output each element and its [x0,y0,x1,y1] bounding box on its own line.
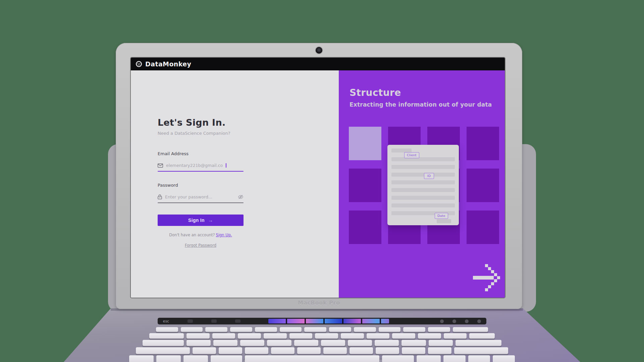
doc-text-stripe [391,173,455,177]
keyboard-row [136,347,508,354]
keyboard-key [443,355,466,362]
keyboard-key [289,333,313,339]
laptop-model-label: MacBook Pro [116,300,522,306]
keyboard-key [444,333,467,339]
touchbar-icon [477,319,481,323]
keyboard-key [375,340,399,346]
chip-id: ID [424,173,434,179]
grid-tile [349,169,381,202]
forgot-password-link[interactable]: Forgot Password [158,243,244,248]
keyboard-key [245,355,379,362]
keyboard-key [428,327,450,332]
grid-tile [467,210,499,244]
grid-tile [467,127,499,160]
keyboard-key [149,333,184,339]
page-subtitle: Need a DataScience Companion? [158,131,244,136]
keyboard-key [392,333,415,339]
doc-text-stripe [391,203,455,207]
keyboard-key [219,347,242,354]
keyboard-key [350,347,373,354]
keyboard [129,327,515,362]
email-underline [158,171,244,172]
page-content: Let's Sign In. Need a DataScience Compan… [131,70,505,298]
keyboard-key [454,347,508,354]
keyboard-key [245,347,268,354]
touchbar-icon [465,319,469,323]
promo-title: Structure [350,87,401,98]
signup-prompt: Don't have an account?Sign Up. [158,233,244,237]
keyboard-key [428,347,451,354]
touchbar-right-icons [440,319,481,323]
touchbar-icon [235,319,240,323]
keyboard-key [329,327,351,332]
webcam [316,47,322,54]
sign-up-link[interactable]: Sign Up. [216,233,232,237]
touchbar-icon [211,319,217,323]
keyboard-key [469,333,495,339]
keyboard-key [401,340,426,346]
keyboard-key [156,355,181,362]
next-slide-arrow-button[interactable] [472,263,502,293]
keyboard-key [213,340,237,346]
envelope-icon [158,164,163,168]
sign-in-button-label: Sign In [188,218,205,223]
brand-logo-monkey-icon [136,61,142,67]
password-input[interactable]: Enter your password... [158,194,244,199]
keyboard-key [205,327,227,332]
keyboard-key [267,340,291,346]
grid-tile-highlight [349,127,381,160]
doc-text-stripe [391,196,455,200]
eye-off-icon [238,195,244,199]
laptop-lid: DataMonkey Let's Sign In. Need a DataSci… [116,43,522,309]
keyboard-key [315,333,338,339]
doc-text-stripe [391,188,455,192]
keyboard-row [149,333,495,339]
toggle-password-visibility-button[interactable] [238,195,244,199]
keyboard-key [280,327,302,332]
arrow-right-icon: → [208,218,213,223]
doc-text-stripe [391,157,455,161]
keyboard-key [418,333,441,339]
touchbar-color-strip [268,319,389,323]
keyboard-row [143,340,501,346]
keyboard-key [264,333,287,339]
keyboard-key [382,355,414,362]
keyboard-key [376,347,399,354]
app-header: DataMonkey [131,58,505,70]
grid-tile [467,169,499,202]
keyboard-key [129,355,154,362]
page-title: Let's Sign In. [158,117,244,128]
doc-stripes [387,145,459,215]
scene: DataMonkey Let's Sign In. Need a DataSci… [0,0,644,362]
sign-in-button[interactable]: Sign In → [158,215,244,226]
doc-text-stripe [391,180,455,184]
keyboard-key [211,355,243,362]
promo-subtitle: Extracting the information out of your d… [350,101,492,108]
keyboard-key [341,333,364,339]
chip-client: Client [404,152,419,158]
laptop-base: esc [64,308,580,362]
keyboard-key [294,340,318,346]
doc-text-stripe [391,165,455,169]
padlock-icon [158,194,162,199]
keyboard-key [321,340,345,346]
email-value: elementary221b@gmail.co [166,163,223,168]
keyboard-key [271,347,294,354]
keyboard-key [143,340,184,346]
touchbar-icon [452,319,456,323]
keyboard-key [156,327,178,332]
signin-panel: Let's Sign In. Need a DataScience Compan… [131,70,339,298]
keyboard-key [212,333,235,339]
keyboard-key [255,327,277,332]
brand-name: DataMonkey [145,60,191,68]
touchbar-icon [187,319,193,323]
email-input[interactable]: elementary221b@gmail.co [158,163,244,168]
signin-form: Let's Sign In. Need a DataScience Compan… [158,117,244,248]
touchbar-icon [440,319,444,323]
keyboard-key [379,327,401,332]
keyboard-key [323,347,347,354]
keyboard-key [468,355,490,362]
signup-prompt-text: Don't have an account? [169,233,215,237]
keyboard-key [417,355,441,362]
keyboard-key [304,327,326,332]
